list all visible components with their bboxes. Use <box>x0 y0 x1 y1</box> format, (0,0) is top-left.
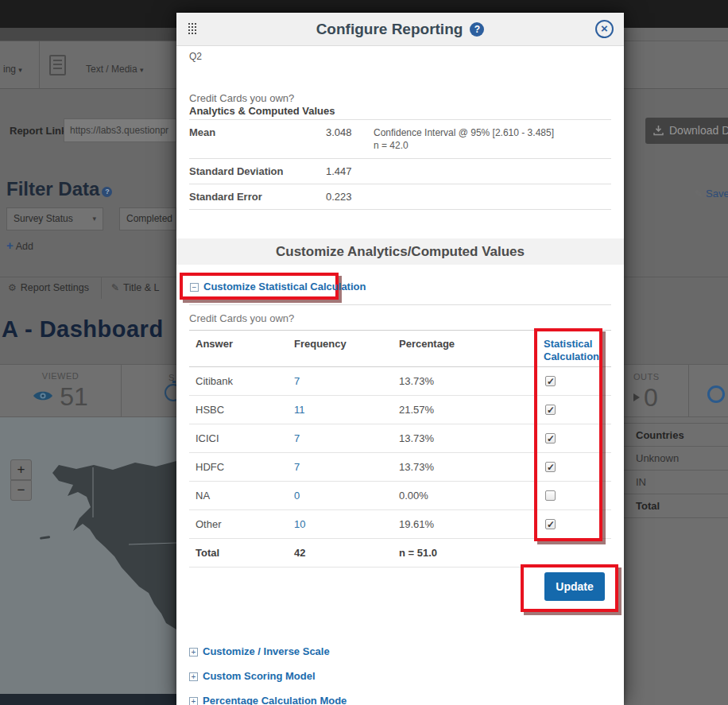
eye-icon <box>33 389 53 402</box>
countries-header: Countries <box>624 423 728 447</box>
country-row: IN <box>624 471 728 494</box>
annotation-box-update: Update <box>521 564 618 612</box>
analytics-table: Mean 3.048 Confidence Interval @ 95% [2.… <box>189 119 611 210</box>
frequency-link[interactable]: 7 <box>294 432 300 444</box>
divider <box>189 304 611 305</box>
frequency-link[interactable]: 7 <box>294 461 300 473</box>
confidence-interval-note: Confidence Interval @ 95% [2.610 - 3.485… <box>374 126 611 139</box>
completion-rate-icon <box>707 385 725 403</box>
stat-card-dropouts: 0 <box>633 383 658 413</box>
help-icon[interactable]: ? <box>102 187 112 197</box>
collapsed-sections: +Customize / Inverse Scale +Custom Scori… <box>189 644 347 705</box>
close-icon[interactable]: × <box>595 20 614 38</box>
text-media-icon <box>49 55 66 76</box>
dropouts-value: 0 <box>644 383 658 412</box>
table-total-row: Total 42 n = 51.0 <box>189 539 611 567</box>
analytics-heading: Analytics & Computed Values <box>189 105 335 117</box>
filter-data-title: Filter Data? <box>6 178 112 200</box>
download-icon <box>653 125 664 136</box>
sample-size-note: n = 42.0 <box>374 139 611 152</box>
dropout-icon <box>633 393 640 401</box>
add-filter-button[interactable]: +Add <box>6 238 33 252</box>
col-header-percentage: Percentage <box>399 331 544 366</box>
plus-icon: + <box>6 238 14 252</box>
drag-handle-icon[interactable] <box>188 23 190 25</box>
help-icon[interactable]: ? <box>470 22 484 37</box>
stat-card-viewed: VIEWED 51 <box>0 371 121 412</box>
survey-status-dropdown[interactable]: Survey Status▾ <box>6 207 103 230</box>
map-zoom-out-button[interactable]: − <box>10 480 32 501</box>
modal-header: Configure Reporting ? × <box>176 13 624 46</box>
screen: ing ▾ Text / Media ▾ Report Link https:/… <box>0 0 728 705</box>
tab-report-settings[interactable]: ⚙Report Settings <box>8 277 89 299</box>
report-link-input[interactable]: https://labs3.questionpr <box>64 118 176 142</box>
tab-divider <box>101 277 102 299</box>
gear-icon: ⚙ <box>8 282 17 293</box>
percentage-calculation-mode-link[interactable]: Percentage Calculation Mode <box>203 695 347 705</box>
update-button[interactable]: Update <box>544 572 605 601</box>
chevron-down-icon: ▾ <box>140 66 144 74</box>
col-header-answer: Answer <box>189 331 294 366</box>
save-report-link[interactable]: ✎Save <box>695 188 728 199</box>
custom-scoring-model-link[interactable]: Custom Scoring Model <box>203 670 316 682</box>
download-data-button[interactable]: Download Da <box>645 118 728 144</box>
expand-icon[interactable]: + <box>189 697 198 705</box>
customize-statistical-calculation-link[interactable]: Customize Statistical Calculation <box>203 281 366 292</box>
countries-total-row: Total <box>624 494 728 518</box>
annotation-box-stat-calculation: −Customize Statistical Calculation <box>180 273 339 300</box>
dashboard-title: A - Dashboard <box>2 316 164 343</box>
pencil-icon: ✎ <box>695 188 703 199</box>
sub-nav-strip-right <box>624 28 728 41</box>
annotation-box-checkbox-column <box>534 328 602 541</box>
question-text: Credit Cards you own? <box>189 92 294 104</box>
stat-divider <box>688 365 689 417</box>
question-text-repeat: Credit Cards you own? <box>189 312 294 324</box>
customize-inverse-scale-link[interactable]: Customize / Inverse Scale <box>203 645 330 657</box>
report-link-label: Report Link <box>10 125 67 137</box>
toolbar-partial-button[interactable]: ing ▾ <box>3 64 22 75</box>
customize-section-header: Customize Analytics/Computed Values <box>176 238 624 265</box>
sub-nav-strip-left <box>0 28 176 41</box>
country-row: Unknown <box>624 447 728 471</box>
chevron-down-icon: ▾ <box>92 208 96 230</box>
expand-icon[interactable]: + <box>189 648 198 657</box>
frequency-link[interactable]: 10 <box>294 518 305 530</box>
frequency-link[interactable]: 7 <box>294 375 300 387</box>
toolbar-divider <box>39 41 40 89</box>
viewed-value: 51 <box>60 382 88 411</box>
pencil-icon: ✎ <box>111 282 119 293</box>
chevron-down-icon: ▾ <box>18 66 22 74</box>
completed-dropdown[interactable]: Completed <box>119 207 176 230</box>
dropouts-label-partial: OUTS <box>633 372 660 382</box>
expand-icon[interactable]: + <box>189 672 198 681</box>
collapse-icon[interactable]: − <box>190 283 199 292</box>
frequency-link[interactable]: 0 <box>294 490 300 502</box>
analytics-row-stderr: Standard Error 0.223 <box>189 184 611 210</box>
modal-title: Configure Reporting <box>316 21 463 38</box>
tab-title-logo[interactable]: ✎Title & L <box>111 277 159 299</box>
analytics-row-stddev: Standard Deviation 1.447 <box>189 158 611 184</box>
analytics-row-mean: Mean 3.048 Confidence Interval @ 95% [2.… <box>189 119 611 158</box>
map-zoom-in-button[interactable]: + <box>10 459 32 480</box>
frequency-link[interactable]: 11 <box>294 404 305 416</box>
stat-divider <box>121 365 122 417</box>
configure-reporting-modal: Configure Reporting ? × Q2 Credit Cards … <box>176 13 624 705</box>
viewed-label: VIEWED <box>0 371 121 381</box>
text-media-button[interactable]: Text / Media ▾ <box>86 64 144 75</box>
question-code: Q2 <box>189 51 202 62</box>
col-header-frequency: Frequency <box>294 331 399 366</box>
countries-panel: Countries Unknown IN Total <box>624 417 728 705</box>
